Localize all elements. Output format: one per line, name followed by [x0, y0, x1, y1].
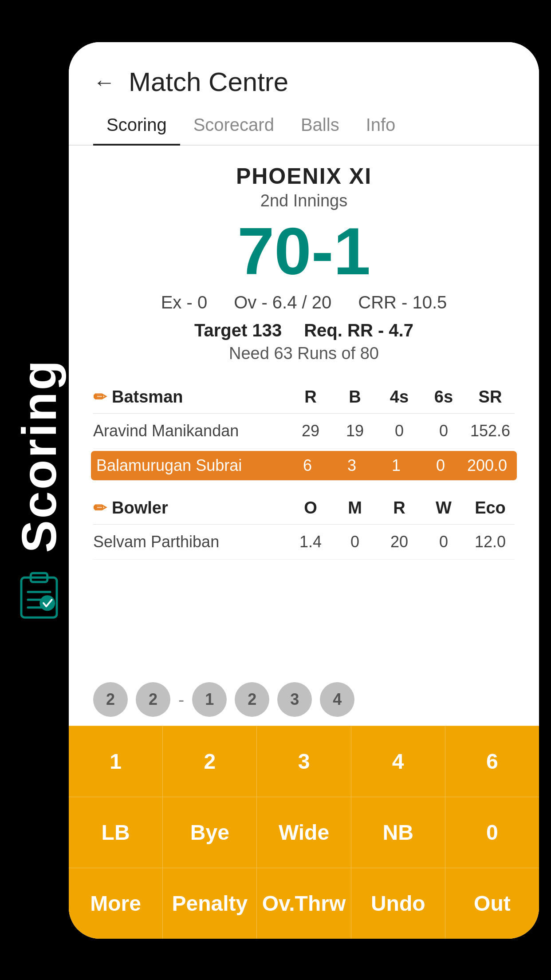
- batsman-b-header: B: [333, 387, 377, 407]
- edit-batsman-icon[interactable]: ✏: [93, 388, 106, 407]
- batsman-r-1: 6: [285, 456, 330, 475]
- bowler-m-0: 0: [333, 533, 377, 551]
- bowler-m-header: M: [333, 498, 377, 518]
- btn-more[interactable]: More: [69, 868, 163, 939]
- btn-1[interactable]: 1: [69, 726, 163, 797]
- batsman-sr-header: SR: [466, 387, 515, 407]
- bowler-w-header: W: [421, 498, 466, 518]
- bowler-r-header: R: [377, 498, 421, 518]
- batsman-r-0: 29: [288, 422, 333, 440]
- ball-2: -: [178, 690, 184, 710]
- batsman-row-0: Aravind Manikandan 29 19 0 0 152.6: [93, 414, 515, 449]
- extra-label: Ex - 0: [161, 292, 207, 312]
- innings-label: 2nd Innings: [78, 191, 530, 210]
- batsmen-header: ✏ Batsman R B 4s 6s SR: [93, 381, 515, 414]
- batsman-sr-0: 152.6: [466, 422, 515, 440]
- score-details: Ex - 0 Ov - 6.4 / 20 CRR - 10.5: [78, 292, 530, 312]
- ball-4: 2: [235, 682, 269, 717]
- wickets: 1: [334, 214, 370, 288]
- batsman-4s-0: 0: [377, 422, 421, 440]
- batsman-b-0: 19: [333, 422, 377, 440]
- btn-undo[interactable]: Undo: [351, 868, 445, 939]
- bowler-o-0: 1.4: [288, 533, 333, 551]
- bowler-name-0: Selvam Parthiban: [93, 533, 288, 551]
- bowler-row-0: Selvam Parthiban 1.4 0 20 0 12.0: [93, 525, 515, 560]
- ball-3: 1: [192, 682, 227, 717]
- overs-label: Ov - 6.4 / 20: [234, 292, 331, 312]
- clipboard-icon: [17, 570, 61, 621]
- bowler-eco-header: Eco: [466, 498, 515, 518]
- scoring-pad: 1 2 3 4 6 LB Bye Wide NB 0 More Penalty …: [69, 726, 539, 939]
- tab-info[interactable]: Info: [353, 106, 409, 145]
- batsman-6s-0: 0: [421, 422, 466, 440]
- btn-2[interactable]: 2: [163, 726, 257, 797]
- batsman-6s-header: 6s: [421, 387, 466, 407]
- btn-penalty[interactable]: Penalty: [163, 868, 257, 939]
- score-row-1: 1 2 3 4 6: [69, 726, 539, 797]
- btn-wide[interactable]: Wide: [257, 797, 351, 868]
- tab-balls[interactable]: Balls: [287, 106, 353, 145]
- bowler-w-0: 0: [421, 533, 466, 551]
- svg-point-5: [39, 596, 55, 611]
- crr-label: CRR - 10.5: [358, 292, 447, 312]
- back-button[interactable]: ←: [93, 69, 115, 95]
- btn-ovthrw[interactable]: Ov.Thrw: [257, 868, 351, 939]
- ball-history: 2 2 - 1 2 3 4: [69, 671, 539, 726]
- target-row: Target 133 Req. RR - 4.7: [78, 320, 530, 340]
- runs: 70: [237, 214, 311, 288]
- need-row: Need 63 Runs of 80: [78, 344, 530, 363]
- tables-section: ✏ Batsman R B 4s 6s SR Aravind Manikanda…: [69, 372, 539, 671]
- bowlers-header: ✏ Bowler O M R W Eco: [93, 492, 515, 525]
- batsman-row-1[interactable]: Balamurugan Subrai 6 3 1 0 200.0: [91, 451, 517, 481]
- batsmen-table: ✏ Batsman R B 4s 6s SR Aravind Manikanda…: [93, 381, 515, 481]
- bowler-eco-0: 12.0: [466, 533, 515, 551]
- bowler-r-0: 20: [377, 533, 421, 551]
- bowler-col-header: ✏ Bowler: [93, 498, 288, 518]
- btn-bye[interactable]: Bye: [163, 797, 257, 868]
- score-row-3: More Penalty Ov.Thrw Undo Out: [69, 868, 539, 939]
- batsman-col-header: ✏ Batsman: [93, 387, 288, 407]
- side-text: Scoring: [11, 359, 67, 553]
- side-label: Scoring: [0, 0, 78, 980]
- tab-scoring[interactable]: Scoring: [93, 106, 180, 145]
- batsman-6s-1: 0: [418, 456, 463, 475]
- score-main: 70-1: [78, 215, 530, 288]
- btn-6[interactable]: 6: [445, 726, 539, 797]
- bowler-o-header: O: [288, 498, 333, 518]
- batsman-name-0: Aravind Manikandan: [93, 422, 288, 440]
- batsman-r-header: R: [288, 387, 333, 407]
- tabs: Scoring Scorecard Balls Info: [69, 106, 539, 146]
- batsman-sr-1: 200.0: [463, 456, 512, 475]
- score-section: PHOENIX XI 2nd Innings 70-1 Ex - 0 Ov - …: [69, 146, 539, 372]
- req-rr-label: Req. RR - 4.7: [304, 320, 413, 340]
- ball-5: 3: [277, 682, 312, 717]
- btn-nb[interactable]: NB: [351, 797, 445, 868]
- btn-3[interactable]: 3: [257, 726, 351, 797]
- team-name: PHOENIX XI: [78, 163, 530, 189]
- header: ← Match Centre: [69, 42, 539, 106]
- btn-0[interactable]: 0: [445, 797, 539, 868]
- batsman-4s-1: 1: [374, 456, 418, 475]
- batsman-name-1: Balamurugan Subrai: [96, 456, 285, 475]
- score-row-2: LB Bye Wide NB 0: [69, 797, 539, 868]
- batsman-b-1: 3: [330, 456, 374, 475]
- phone-container: ← Match Centre Scoring Scorecard Balls I…: [69, 42, 539, 939]
- btn-out[interactable]: Out: [445, 868, 539, 939]
- bowlers-table: ✏ Bowler O M R W Eco Selvam Parthiban 1.…: [93, 492, 515, 560]
- tab-scorecard[interactable]: Scorecard: [180, 106, 287, 145]
- batsman-4s-header: 4s: [377, 387, 421, 407]
- btn-lb[interactable]: LB: [69, 797, 163, 868]
- btn-4[interactable]: 4: [351, 726, 445, 797]
- page-title: Match Centre: [129, 67, 288, 97]
- ball-0: 2: [93, 682, 128, 717]
- edit-bowler-icon[interactable]: ✏: [93, 499, 106, 518]
- target-label: Target 133: [194, 320, 282, 340]
- ball-1: 2: [136, 682, 170, 717]
- ball-6: 4: [320, 682, 354, 717]
